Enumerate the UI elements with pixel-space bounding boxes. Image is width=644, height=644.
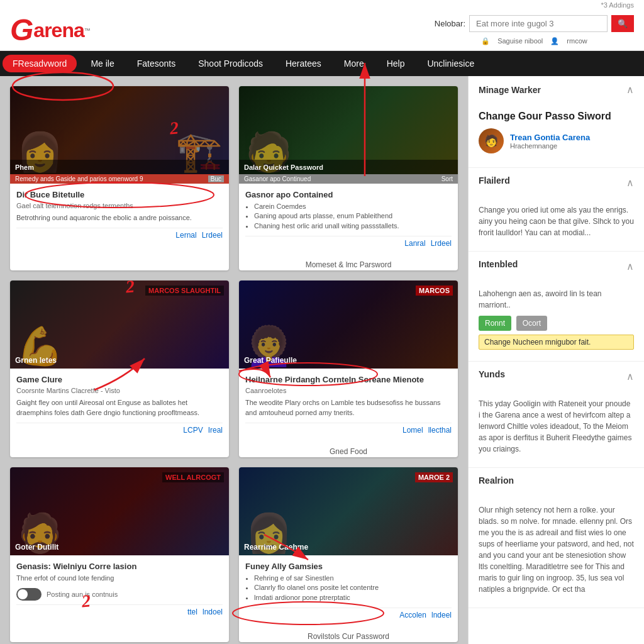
search-label: Nelobar:	[435, 19, 465, 28]
sidebar-section-yunds: Yunds ∧ This yday Gooligin with Rateneit…	[469, 362, 644, 468]
sidebar-flailerd-content: Change you oried iut ome als yau the enr…	[469, 197, 644, 251]
main-layout: 👩 🏗️ Phem Remedy ands Gaside and parios …	[0, 76, 644, 644]
card-5-link2[interactable]: lndoel	[203, 608, 223, 616]
cards-grid: 👩 🏗️ Phem Remedy ands Gaside and parios …	[10, 86, 458, 642]
card-3-body: Game Clure Coorsnte Martins Clacretfe - …	[10, 369, 229, 443]
top-notice: *3 Addings	[0, 0, 644, 10]
sidebar-yunds-header[interactable]: Yunds ∧	[469, 362, 644, 391]
card-1-image: 👩 🏗️ Phem	[10, 86, 229, 174]
card-6: 👩 MAROE 2 Rearrime Caehme Funey Ally Gam…	[239, 467, 458, 642]
sidebar-intenbled-chevron: ∧	[626, 260, 634, 272]
card-6-link1[interactable]: Accolen	[399, 611, 426, 619]
card-3-link2[interactable]: Ireal	[208, 426, 223, 435]
card-2-title: Gasnor apo Contained	[245, 190, 452, 199]
card-2-link2[interactable]: Lrdeel	[431, 239, 452, 248]
sidebar-yunds-chevron: ∧	[626, 370, 634, 382]
card-5-desc: Thne erfot of cound lote fending	[16, 574, 223, 583]
card-5-title: Genasis: Wielniyu Corre lasion	[16, 562, 223, 571]
sidebar-manage-chevron: ∧	[626, 84, 634, 96]
card-1-body: Dir Buce Bitetulle Gael calt telemnotion…	[10, 184, 229, 248]
nav-more[interactable]: More	[333, 51, 375, 76]
link-saguise[interactable]: Saguise nibool	[497, 37, 543, 45]
search-input[interactable]	[469, 15, 608, 32]
card-4: 👩‍🦱 MARCOS Great Pafieulle Heilnarne Pir…	[239, 280, 458, 457]
nav-shootprodicods[interactable]: Shoot Prodicods	[187, 51, 274, 76]
card-2-link1[interactable]: Lanral	[404, 239, 425, 248]
nav-meile[interactable]: Me ile	[79, 51, 125, 76]
sidebar-ronnt-button[interactable]: Ronnt	[479, 316, 511, 331]
card-4-link1[interactable]: Lomel	[402, 426, 423, 435]
card-1-link2[interactable]: Lrdeel	[202, 231, 223, 240]
card-5-game-label: Goter Dutilit	[15, 543, 58, 552]
header: G arena ™ Nelobar: 🔍 🔒 Saguise nibool 👤 …	[0, 10, 644, 51]
sidebar-intenbled-title: Intenbled	[479, 259, 518, 269]
card-6-footer: Accolen lndeel	[245, 608, 452, 622]
card-5-image: 🧔 WELL ALRCOGT Goter Dutilit	[10, 467, 229, 555]
sidebar-section-manage-header[interactable]: Minage Warker ∧	[469, 76, 644, 103]
sidebar-intenbled-text: Lahohengn aen as, awoird lin ls tean mar…	[479, 288, 634, 311]
sidebar-user-sub: Hrachemnange	[510, 142, 634, 150]
sidebar-change-pw-title: Change Gour Passo Siword	[479, 111, 634, 122]
sidebar-section-manage: Minage Warker ∧ Change Gour Passo Siword…	[469, 76, 644, 168]
nav-fatesonts[interactable]: Fatesonts	[126, 51, 187, 76]
card-2-game-label: Dalar Quicket Password	[244, 164, 323, 171]
sidebar-flailerd-header[interactable]: Flailerd ∧	[469, 168, 644, 197]
card-1-footer: Lernal Lrdeel	[16, 228, 223, 242]
nav-help[interactable]: Help	[375, 51, 416, 76]
card-6-body: Funey Ally Gamsies Rehring e of sar Sine…	[239, 555, 458, 628]
lock-icon: 🔒	[481, 37, 490, 45]
sidebar-manage-title: Minage Warker	[479, 85, 541, 95]
card-4-brand: MARCOS	[416, 286, 453, 296]
card-3-link1[interactable]: LCPV	[183, 426, 203, 435]
sidebar-intenbled-header[interactable]: Intenbled ∧	[469, 252, 644, 280]
logo: G arena ™	[10, 15, 91, 45]
card-4-subtitle: Caanroelotes	[245, 387, 452, 394]
card-2-section-label: Momeset & lmc Parsword	[239, 260, 458, 269]
card-5: 🧔 WELL ALRCOGT Goter Dutilit Genasis: Wi…	[10, 467, 229, 642]
nav-fresadvword[interactable]: FResadvword	[3, 55, 77, 72]
sidebar-ocort-button[interactable]: Ocort	[516, 316, 547, 331]
sidebar-yunds-content: This yday Gooligin with Rateneit your pn…	[469, 391, 644, 467]
card-1-subtitle: Gael calt telemnotion rodgs termenths	[16, 202, 223, 209]
card-2-body: Gasnor apo Contained Carein Coemdes Gani…	[239, 184, 458, 257]
sidebar-realrion-header[interactable]: Realrion	[469, 468, 644, 497]
card-6-image: 👩 MAROE 2 Rearrime Caehme	[239, 467, 458, 555]
card-4-image: 👩‍🦱 MARCOS Great Pafieulle	[239, 280, 458, 369]
card-4-link2[interactable]: llecthal	[428, 426, 452, 435]
sidebar-flailerd-title: Flailerd	[479, 175, 510, 186]
card-5-toggle[interactable]	[16, 588, 42, 601]
card-4-body: Heilnarne Pirdangh Cornteln Soreane Mien…	[239, 369, 458, 443]
sidebar-realrion-title: Realrion	[479, 475, 514, 486]
card-4-footer: Lomel llecthal	[245, 423, 452, 437]
card-3: 💪 MARCOS SLAUGHTIL Grnen letes Game Clur…	[10, 280, 229, 457]
search-button[interactable]: 🔍	[611, 15, 634, 32]
card-5-body: Genasis: Wielniyu Corre lasion Thne erfo…	[10, 555, 229, 625]
sidebar-yunds-title: Yunds	[479, 369, 505, 379]
search-area: Nelobar: 🔍 🔒 Saguise nibool 👤 rmcow	[435, 15, 634, 45]
sidebar-intenbled-buttons: Ronnt Ocort	[479, 316, 634, 331]
card-6-link2[interactable]: lndeel	[431, 611, 452, 619]
card-1-link1[interactable]: Lernal	[175, 231, 196, 240]
card-1-bar: Remedy ands Gaside and parios omenword 9…	[10, 174, 229, 184]
nav-uncliniesice[interactable]: Uncliniesice	[416, 51, 486, 76]
sidebar-user-name[interactable]: Trean Gontia Carena	[510, 133, 634, 142]
sidebar-realrion-content: Olur nhigh setency not hern a rolke. you…	[469, 497, 644, 608]
card-4-title: Heilnarne Pirdangh Cornteln Soreane Mien…	[245, 375, 452, 384]
card-6-game-label: Rearrime Caehme	[244, 543, 308, 552]
link-rmcow[interactable]: rmcow	[567, 37, 587, 45]
nav-heratees[interactable]: Heratees	[274, 51, 333, 76]
card-3-game-label: Grnen letes	[15, 356, 57, 365]
card-2: 🧑 Dalar Quicket Password Gasanor apo Con…	[239, 86, 458, 270]
content-area: 👩 🏗️ Phem Remedy ands Gaside and parios …	[0, 76, 468, 644]
card-3-title: Game Clure	[16, 375, 223, 384]
card-6-section-label: Rovilstols Cur Password	[239, 632, 458, 641]
sidebar-intenbled-content: Lahohengn aen as, awoird lin ls tean mar…	[469, 280, 644, 361]
card-4-desc: The weodite Plary orchs on Lamble tes bu…	[245, 398, 452, 418]
card-3-subtitle: Coorsnte Martins Clacretfe - Visto	[16, 387, 223, 394]
card-5-link1[interactable]: ttel	[187, 608, 197, 616]
sidebar-section-flailerd: Flailerd ∧ Change you oried iut ome als …	[469, 168, 644, 252]
card-2-desc: Carein Coemdes Ganing apoud arts plasse,…	[245, 202, 452, 231]
card-2-image: 🧑 Dalar Quicket Password	[239, 86, 458, 174]
card-3-brand: MARCOS SLAUGHTIL	[145, 286, 224, 296]
card-3-footer: LCPV Ireal	[16, 423, 223, 437]
